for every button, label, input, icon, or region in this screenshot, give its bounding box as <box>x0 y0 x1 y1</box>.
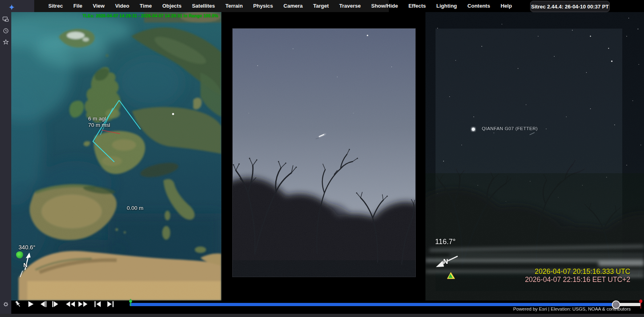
menu-item-target[interactable]: Target <box>308 0 334 12</box>
look-heading-readout: 116.7° <box>435 238 456 246</box>
time-local-readout: 2026-04-07 22:15:16 EET UTC+2 <box>525 276 630 284</box>
menu-item-lighting[interactable]: Lighting <box>431 0 462 12</box>
window-bottom-edge <box>0 314 644 317</box>
tle-status-text: TLEs: 2026-04-07 14:29:31 - 2026-04-07 1… <box>83 13 218 18</box>
display-icon[interactable] <box>2 15 10 23</box>
time-utc-readout: 2026-04-07 20:15:16.333 UTC <box>535 267 630 276</box>
menu-item-physics[interactable]: Physics <box>248 0 278 12</box>
satellite-name-label: QIANFAN G07 (FETTER) <box>482 126 538 131</box>
timeline-thumb[interactable] <box>612 300 620 309</box>
menu-item-view[interactable]: View <box>88 0 110 12</box>
look-north-label: N <box>443 258 448 266</box>
previous-frame-button[interactable] <box>38 300 48 309</box>
gear-icon[interactable] <box>2 300 10 308</box>
fast-forward-button[interactable] <box>78 300 88 309</box>
look-view-panel[interactable]: QIANFAN G07 (FETTER) 116.7° N 2026-04-07… <box>425 12 644 300</box>
video-frame[interactable] <box>233 29 415 277</box>
timeline-start-marker[interactable] <box>127 298 134 307</box>
menu-item-camera[interactable]: Camera <box>278 0 308 12</box>
clock-icon[interactable] <box>2 27 10 35</box>
measure-label: 0.00 m <box>127 205 143 211</box>
left-icon-rail <box>0 12 11 314</box>
main-menu: Sitrec File View Video Time Objects Sate… <box>34 0 389 12</box>
menu-item-file[interactable]: File <box>68 0 87 12</box>
menu-bar: Sitrec File View Video Time Objects Sate… <box>0 0 644 12</box>
menu-item-traverse[interactable]: Traverse <box>334 0 366 12</box>
pin-button[interactable] <box>13 300 23 309</box>
version-label: Sitrec 2.44.4: 26-04-10 00:37 PT <box>530 1 610 12</box>
timeline-end-marker[interactable] <box>637 298 644 310</box>
menu-item-satellites[interactable]: Satellites <box>187 0 220 12</box>
menu-item-help[interactable]: Help <box>495 0 517 12</box>
menu-item-terrain[interactable]: Terrain <box>220 0 248 12</box>
jump-to-start-button[interactable] <box>93 300 103 309</box>
menu-item-time[interactable]: Time <box>134 0 157 12</box>
menu-item-effects[interactable]: Effects <box>403 0 431 12</box>
timeline-scrubber-track[interactable] <box>130 303 641 306</box>
sitrec-app-window: Sitrec File View Video Time Objects Sate… <box>0 0 644 317</box>
sitrec-logo-sparkle-icon <box>8 4 15 11</box>
play-button[interactable] <box>26 300 35 309</box>
map-north-label: N <box>23 262 27 268</box>
fast-rewind-button[interactable] <box>66 300 75 309</box>
topbar-corner <box>0 0 34 12</box>
jump-to-end-button[interactable] <box>105 300 115 309</box>
timeline-progress <box>130 303 613 306</box>
next-frame-button[interactable] <box>51 300 60 309</box>
menu-item-video[interactable]: Video <box>110 0 134 12</box>
map-view-panel[interactable]: TLEs: 2026-04-07 14:29:31 - 2026-04-07 1… <box>11 12 221 300</box>
menu-item-objects[interactable]: Objects <box>157 0 187 12</box>
playback-controls <box>13 300 115 309</box>
star-icon[interactable] <box>2 38 10 46</box>
menu-item-show-hide[interactable]: Show/Hide <box>366 0 403 12</box>
map-heading-readout: 340.6° <box>19 244 35 251</box>
menu-item-sitrec[interactable]: Sitrec <box>43 0 68 12</box>
menu-item-contents[interactable]: Contents <box>462 0 495 12</box>
video-view-panel[interactable] <box>221 12 425 300</box>
altitude-label: 6 m agl 70 m msl <box>88 116 110 128</box>
